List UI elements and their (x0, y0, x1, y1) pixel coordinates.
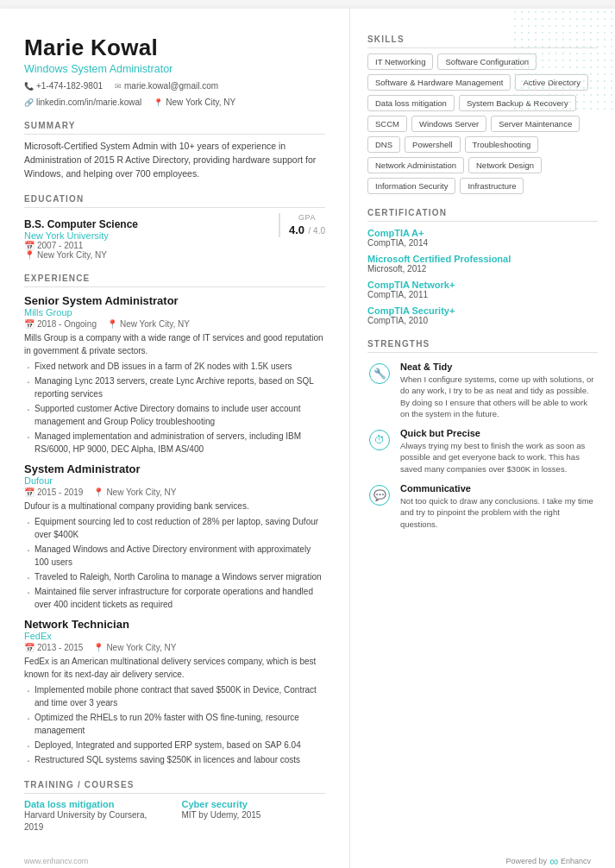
skill-tag: Infrastructure (460, 178, 524, 194)
training-2: Cyber security MIT by Udemy, 2015 (182, 799, 326, 833)
summary-text: Microsoft-Certified System Admin with 10… (24, 140, 325, 180)
skill-tag: Network Administation (367, 157, 464, 173)
strength-3-title: Communicative (400, 483, 598, 494)
candidate-name: Marie Kowal (24, 35, 325, 61)
strength-1-desc: When I configure systems, come up with s… (400, 374, 598, 419)
resume-container: Marie Kowal Windows System Administrator… (0, 9, 615, 868)
education-title: EDUCATION (24, 194, 325, 208)
bullet-item: Deployed, Integrated and supported ERP s… (24, 739, 325, 752)
contact-row: 📞 +1-474-182-9801 ✉ marie.kowal@gmail.co… (24, 81, 325, 107)
gpa-value: 4.0 / 4.0 (289, 222, 325, 237)
edu-location: 📍 New York City, NY (24, 250, 270, 260)
job-1-location: 📍 New York City, NY (107, 319, 190, 329)
cal-icon: 📅 (24, 319, 35, 329)
training-2-detail: MIT by Udemy, 2015 (182, 809, 326, 821)
contact-email: ✉ marie.kowal@gmail.com (115, 81, 218, 91)
contact-location: 📍 New York City, NY (154, 97, 235, 107)
job-3-dates: 📅 2013 - 2015 (24, 643, 83, 652)
job-1-meta: 📅 2018 - Ongoing 📍 New York City, NY (24, 319, 325, 329)
skill-tag: Troubleshooting (465, 136, 539, 153)
resume-footer: www.enhancv.com Powered by ∞ Enhancv (0, 854, 615, 868)
job-1: Senior System Administrator Mills Group … (24, 294, 325, 456)
strength-1-icon-wrap: 🔧 (367, 362, 392, 386)
training-1-detail: Harvard University by Coursera, 2019 (24, 809, 168, 833)
contact-linkedin: 🔗 linkedin.com/in/marie.kowal (24, 97, 141, 107)
resume-header: Marie Kowal Windows System Administrator… (24, 35, 325, 107)
job-3-desc: FedEx is an American multinational deliv… (24, 655, 325, 681)
pin-icon: 📍 (93, 643, 104, 652)
location-icon: 📍 (154, 98, 163, 107)
job-1-company: Mills Group (24, 307, 325, 318)
candidate-title: Windows System Administrator (24, 63, 325, 75)
bullet-item: Managing Lync 2013 servers, create Lync … (24, 374, 325, 400)
cert-2-name: Microsoft Certified Professional (367, 254, 598, 264)
job-3-company: FedEx (24, 631, 325, 641)
job-3: Network Technician FedEx 📅 2013 - 2015 📍… (24, 618, 325, 766)
job-2-location: 📍 New York City, NY (93, 487, 176, 497)
strength-1: 🔧 Neat & Tidy When I configure systems, … (367, 362, 598, 419)
edu-dates: 📅 2007 - 2011 (24, 241, 270, 250)
job-2-bullets: Equipment sourcing led to cost reduction… (24, 515, 325, 611)
certification-section: CERTIFICATION CompTIA A+ CompTIA, 2014 M… (367, 208, 598, 325)
education-info: B.S. Computer Science New York Universit… (24, 213, 270, 260)
certification-title: CERTIFICATION (367, 208, 598, 222)
training-2-name: Cyber security (182, 799, 326, 809)
job-2-title: System Administrator (24, 462, 325, 475)
job-3-location: 📍 New York City, NY (93, 643, 176, 652)
job-2-desc: Dufour is a multinational company provid… (24, 500, 325, 513)
bullet-item: Managed implementation and administratio… (24, 430, 325, 456)
cal-icon: 📅 (24, 487, 35, 497)
bullet-item: Equipment sourcing led to cost reduction… (24, 515, 325, 541)
job-2: System Administrator Dufour 📅 2015 - 201… (24, 462, 325, 611)
cert-4-detail: CompTIA, 2010 (367, 316, 598, 325)
chat-icon: 💬 (369, 485, 390, 506)
training-1: Data loss mitigation Harvard University … (24, 799, 168, 833)
brand-name: Enhancv (561, 857, 591, 865)
bullet-item: Managed Windows and Active Directory env… (24, 543, 325, 569)
skill-tag: Windows Server (411, 116, 486, 132)
job-3-title: Network Technician (24, 618, 325, 631)
cert-1-name: CompTIA A+ (367, 228, 598, 238)
pin-icon: 📍 (93, 487, 104, 497)
powered-by-label: Powered by (505, 857, 547, 865)
strength-3: 💬 Communicative Not too quick to draw an… (367, 483, 598, 530)
experience-title: EXPERIENCE (24, 274, 325, 287)
skill-tag: Network Design (468, 157, 542, 173)
footer-brand: Powered by ∞ Enhancv (505, 854, 591, 868)
skill-tag: IT Networking (367, 53, 433, 70)
bullet-item: Implemented mobile phone contract that s… (24, 683, 325, 709)
strength-2: ⏱ Quick but Precise Always trying my bes… (367, 428, 598, 475)
skill-tag: SCCM (367, 116, 407, 132)
email-icon: ✉ (115, 82, 122, 91)
bullet-item: Restructured SQL systems saving $250K in… (24, 753, 325, 766)
calendar-icon: 📅 (24, 241, 35, 250)
strength-2-icon-wrap: ⏱ (367, 428, 392, 452)
training-title: TRAINING / COURSES (24, 780, 325, 794)
job-2-company: Dufour (24, 475, 325, 486)
cert-3-detail: CompTIA, 2011 (367, 290, 598, 299)
strength-3-desc: Not too quick to draw any conclusions. I… (400, 495, 598, 530)
clock-icon: ⏱ (369, 430, 390, 450)
footer-website: www.enhancv.com (24, 857, 88, 865)
job-3-bullets: Implemented mobile phone contract that s… (24, 683, 325, 766)
strength-3-content: Communicative Not too quick to draw any … (400, 483, 598, 530)
training-grid: Data loss mitigation Harvard University … (24, 799, 325, 833)
strengths-section: STRENGTHS 🔧 Neat & Tidy When I configure… (367, 339, 598, 530)
summary-title: SUMMARY (24, 121, 325, 135)
skill-tag: Data loss mitigation (367, 95, 455, 111)
enhancv-icon: ∞ (549, 854, 558, 868)
job-1-dates: 📅 2018 - Ongoing (24, 319, 97, 329)
strength-2-content: Quick but Precise Always trying my best … (400, 428, 598, 475)
job-1-desc: Mills Group is a company with a wide ran… (24, 331, 325, 357)
contact-phone: 📞 +1-474-182-9801 (24, 81, 103, 91)
cert-3-name: CompTIA Network+ (367, 280, 598, 290)
education-section: EDUCATION B.S. Computer Science New York… (24, 194, 325, 260)
strength-1-content: Neat & Tidy When I configure systems, co… (400, 362, 598, 419)
cal-icon: 📅 (24, 643, 35, 652)
left-column: Marie Kowal Windows System Administrator… (0, 9, 349, 868)
decorative-dots (511, 9, 615, 112)
skill-tag: DNS (367, 136, 400, 153)
job-3-meta: 📅 2013 - 2015 📍 New York City, NY (24, 643, 325, 652)
job-1-bullets: Fixed network and DB issues in a farm of… (24, 360, 325, 456)
strength-2-title: Quick but Precise (400, 428, 598, 438)
